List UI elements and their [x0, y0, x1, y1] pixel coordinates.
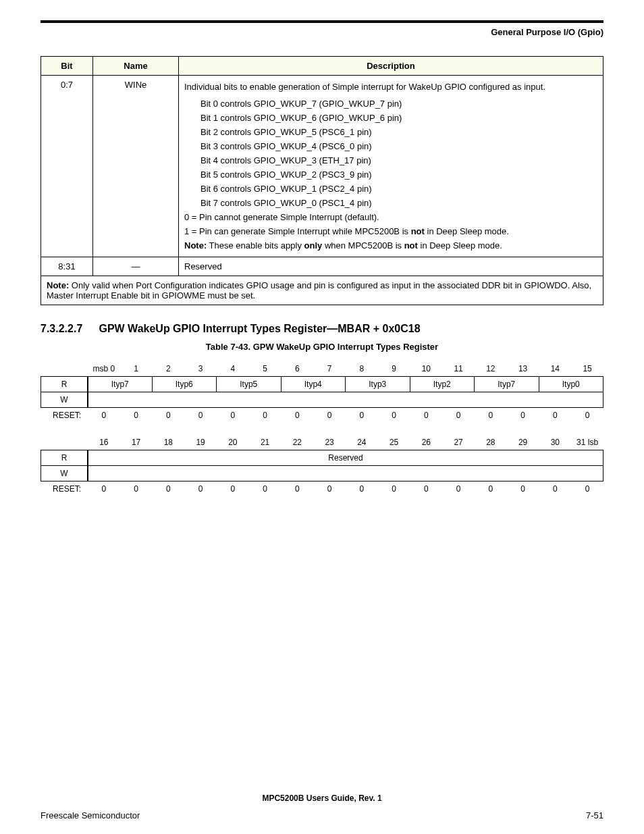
bit-num: 14	[539, 361, 572, 376]
cell-name: —	[93, 257, 179, 276]
bit-num: 23	[313, 435, 346, 450]
reset-val: 0	[217, 481, 249, 496]
cell-desc: Reserved	[179, 257, 603, 276]
row-label-r: R	[41, 450, 88, 466]
th-desc: Description	[179, 57, 603, 76]
footnote-text: Only valid when Port Configuration indic…	[47, 280, 591, 301]
bit-num: 4	[217, 361, 249, 376]
reset-val: 0	[410, 408, 443, 423]
bit-num: 2	[153, 361, 185, 376]
reset-val: 0	[410, 481, 443, 496]
reset-val: 0	[249, 481, 281, 496]
reset-val: 0	[475, 481, 507, 496]
text: These enable bits apply	[207, 240, 304, 251]
bit-num: 29	[507, 435, 539, 450]
bit-num: 16	[88, 435, 120, 450]
reset-val: 0	[378, 408, 410, 423]
bit-header-row: msb 0 1 2 3 4 5 6 7 8 9 10 11 12 13 14 1…	[41, 361, 603, 376]
reset-val: 0	[539, 481, 572, 496]
bit-description-table: Bit Name Description 0:7 WINe Individual…	[41, 56, 603, 305]
th-bit: Bit	[41, 57, 93, 76]
section-number: 7.3.2.2.7	[41, 323, 96, 335]
reset-val: 0	[571, 481, 603, 496]
register-layout-lower: 16 17 18 19 20 21 22 23 24 25 26 27 28 2…	[41, 435, 603, 496]
bold-text: only	[304, 240, 323, 251]
th-name: Name	[93, 57, 179, 76]
bit-num: 18	[153, 435, 185, 450]
desc-intro: Individual bits to enable generation of …	[184, 80, 597, 94]
row-label-reset: RESET:	[41, 481, 88, 496]
footer-center: MPC5200B Users Guide, Rev. 1	[0, 793, 644, 803]
table-caption: Table 7-43. GPW WakeUp GPIO Interrupt Ty…	[41, 342, 603, 352]
bit-num: 28	[475, 435, 507, 450]
desc-one: 1 = Pin can generate Simple Interrupt wh…	[184, 224, 597, 238]
bit-num: 22	[281, 435, 314, 450]
reset-val: 0	[571, 408, 603, 423]
reset-val: 0	[313, 481, 346, 496]
table-footnote-row: Note: Only valid when Port Configuration…	[41, 276, 603, 305]
reset-val: 0	[475, 408, 507, 423]
reset-val: 0	[153, 408, 185, 423]
r-field-row: R Reserved	[41, 450, 603, 466]
note-label: Note:	[47, 280, 69, 290]
reset-val: 0	[88, 481, 120, 496]
reset-val: 0	[507, 481, 539, 496]
section-header: General Purpose I/O (Gpio)	[41, 27, 603, 37]
header-rule	[41, 20, 603, 23]
list-item: Bit 3 controls GPIO_WKUP_4 (PSC6_0 pin)	[184, 139, 597, 153]
list-item: Bit 7 controls GPIO_WKUP_0 (PSC1_4 pin)	[184, 196, 597, 210]
bit-num: 25	[378, 435, 410, 450]
list-item: Bit 4 controls GPIO_WKUP_3 (ETH_17 pin)	[184, 153, 597, 167]
r-field-row: R Ityp7 Ityp6 Ityp5 Ityp4 Ityp3 Ityp2 It…	[41, 376, 603, 392]
bit-num: 5	[249, 361, 281, 376]
list-item: Bit 2 controls GPIO_WKUP_5 (PSC6_1 pin)	[184, 125, 597, 139]
field: Ityp7	[475, 376, 539, 392]
field: Ityp7	[88, 376, 153, 392]
reset-val: 0	[120, 408, 153, 423]
reset-val: 0	[184, 408, 217, 423]
table-row: 0:7 WINe Individual bits to enable gener…	[41, 76, 603, 257]
row-label-reset: RESET:	[41, 408, 88, 423]
bit-num: 10	[410, 361, 443, 376]
text: in Deep Sleep mode.	[425, 226, 509, 236]
bit-num: 26	[410, 435, 443, 450]
list-item: Bit 5 controls GPIO_WKUP_2 (PSC3_9 pin)	[184, 167, 597, 182]
note-label: Note:	[184, 240, 207, 251]
field: Ityp5	[217, 376, 281, 392]
row-label-w: W	[41, 392, 88, 408]
footer-left: Freescale Semiconductor	[41, 810, 140, 820]
bit-num: 3	[184, 361, 217, 376]
bit-num: 7	[313, 361, 346, 376]
reset-val: 0	[88, 408, 120, 423]
register-layout-upper: msb 0 1 2 3 4 5 6 7 8 9 10 11 12 13 14 1…	[41, 361, 603, 423]
bit-num: 11	[442, 361, 475, 376]
blank	[41, 366, 88, 371]
bit-num: 9	[378, 361, 410, 376]
row-label-w: W	[41, 466, 88, 481]
bit-num: 13	[507, 361, 539, 376]
text: 1 = Pin can generate Simple Interrupt wh…	[184, 226, 411, 236]
bit-num: 19	[184, 435, 217, 450]
reset-row: RESET: 0 0 0 0 0 0 0 0 0 0 0 0 0 0 0 0	[41, 408, 603, 423]
blank	[41, 440, 88, 445]
field: Ityp4	[281, 376, 346, 392]
section-title: GPW WakeUp GPIO Interrupt Types Register…	[99, 323, 420, 334]
field: Reserved	[88, 450, 603, 466]
bit-num: msb 0	[88, 361, 120, 376]
reset-row: RESET: 0 0 0 0 0 0 0 0 0 0 0 0 0 0 0 0	[41, 481, 603, 496]
section-heading: 7.3.2.2.7 GPW WakeUp GPIO Interrupt Type…	[41, 323, 603, 335]
field: Ityp2	[410, 376, 475, 392]
bit-num: 21	[249, 435, 281, 450]
reset-val: 0	[153, 481, 185, 496]
desc-zero: 0 = Pin cannot generate Simple Interrupt…	[184, 210, 597, 224]
w-field-row: W	[41, 466, 603, 481]
reset-val: 0	[346, 408, 378, 423]
reset-val: 0	[378, 481, 410, 496]
bit-num: 12	[475, 361, 507, 376]
footer-right: 7-51	[586, 810, 603, 820]
bit-num: 30	[539, 435, 572, 450]
bold-text: not	[404, 240, 418, 251]
list-item: Bit 6 controls GPIO_WKUP_1 (PSC2_4 pin)	[184, 182, 597, 196]
reset-val: 0	[217, 408, 249, 423]
bold-text: not	[411, 226, 425, 236]
